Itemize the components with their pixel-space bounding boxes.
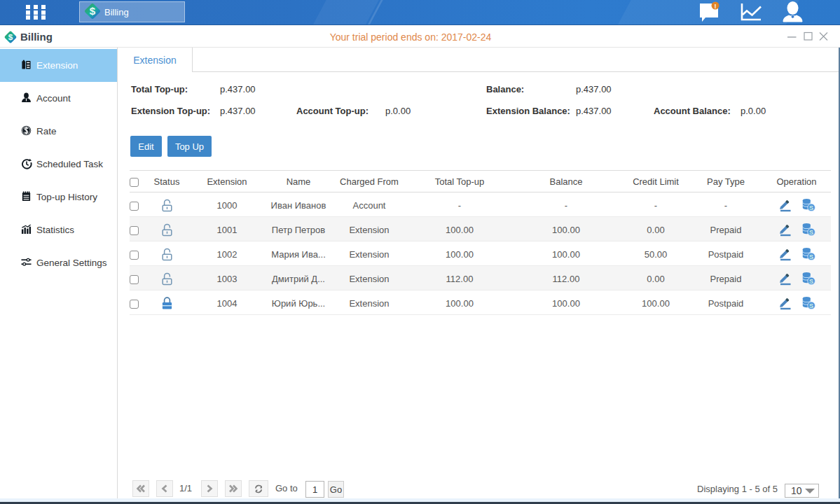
svg-text:!: ! — [715, 3, 717, 10]
svg-text:S: S — [809, 204, 813, 211]
svg-text:S: S — [809, 253, 813, 260]
svg-text:S: S — [809, 229, 813, 236]
svg-text:S: S — [809, 302, 813, 309]
svg-text:$: $ — [90, 5, 96, 17]
svg-text:S: S — [809, 278, 813, 285]
